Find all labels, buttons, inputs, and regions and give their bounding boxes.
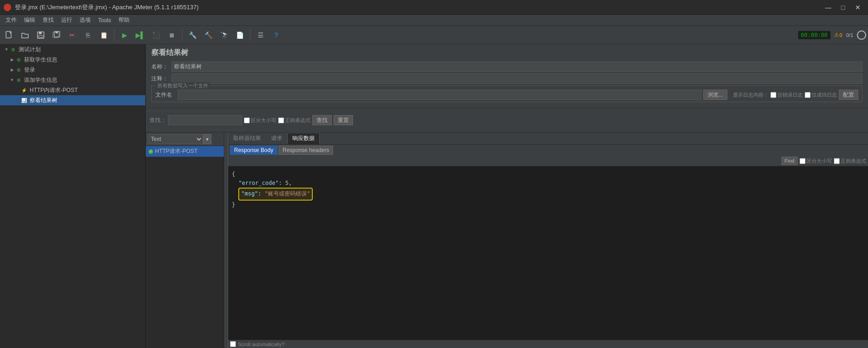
minimize-button[interactable]: — xyxy=(822,2,835,12)
only-errors-input[interactable] xyxy=(770,92,776,98)
help-toolbar-button[interactable]: ? xyxy=(269,28,284,43)
menu-options[interactable]: 选项 xyxy=(76,15,94,25)
find-regex-checkbox[interactable]: 正则表达式 xyxy=(834,158,866,165)
find-button[interactable]: 查找 xyxy=(312,115,332,125)
only-success-checkbox[interactable]: 仅成功日志 xyxy=(805,92,837,98)
scroll-auto-input[interactable] xyxy=(230,341,236,347)
menu-tools[interactable]: Tools xyxy=(94,15,115,25)
warning-count: 0 xyxy=(840,32,843,38)
divider-dots-top: ········································… xyxy=(146,109,245,113)
globe-icon xyxy=(857,31,866,40)
paste-button[interactable]: 📋 xyxy=(96,28,111,43)
tree-item-login[interactable]: ▶ ⚙ 登录 xyxy=(0,65,145,75)
menu-file[interactable]: 文件 xyxy=(2,15,20,25)
run-button[interactable]: ▶ xyxy=(117,28,132,43)
tree-item-test-plan[interactable]: ▼ ⚙ 测试计划 xyxy=(0,44,145,55)
stop-all-button[interactable]: ⬛ xyxy=(149,28,163,43)
close-button[interactable]: ✕ xyxy=(851,2,864,12)
menu-run[interactable]: 运行 xyxy=(57,15,76,25)
tab-sampler-label: 取样器结果 xyxy=(233,134,261,142)
maximize-button[interactable]: □ xyxy=(837,2,849,12)
inner-tab-response-headers[interactable]: Response headers xyxy=(279,146,334,155)
find-regex-input[interactable] xyxy=(834,158,840,164)
open-button[interactable] xyxy=(18,28,32,43)
svg-rect-2 xyxy=(39,32,42,34)
tab-response-data[interactable]: 响应数据 xyxy=(287,133,320,144)
menu-edit[interactable]: 编辑 xyxy=(20,15,39,25)
json-highlighted-msg: "msg": "账号或密码错误" xyxy=(238,188,313,200)
copy-button[interactable]: ⎘ xyxy=(81,28,95,43)
result-label-http-post: HTTP请求-POST xyxy=(155,147,198,155)
icon-fetch-student: ⚙ xyxy=(15,56,22,63)
arrow-test-plan: ▼ xyxy=(4,47,9,52)
tree-item-fetch-student[interactable]: ▶ ⚙ 获取学生信息 xyxy=(0,55,145,65)
reset-button[interactable]: 重置 xyxy=(334,115,353,125)
remote-start-button[interactable]: 🔧 xyxy=(185,28,200,43)
divider-top[interactable]: ········································… xyxy=(146,108,868,114)
tree-item-http-post[interactable]: ⚡ HTTP内请求-POST xyxy=(0,85,145,95)
timer-display: 00:00:00 xyxy=(798,31,831,39)
tree-item-view-results[interactable]: 📊 察看结果树 xyxy=(0,95,145,105)
save-button[interactable] xyxy=(33,28,48,43)
file-input[interactable] xyxy=(178,90,701,100)
only-success-input[interactable] xyxy=(805,92,811,98)
tab-sampler-result[interactable]: 取样器结果 xyxy=(228,133,266,144)
find-case-checkbox[interactable]: 区分大小写 xyxy=(800,158,832,165)
tab-request[interactable]: 请求 xyxy=(266,133,287,144)
save-all-button[interactable] xyxy=(49,28,64,43)
menu-search[interactable]: 查找 xyxy=(39,15,57,25)
template-button[interactable]: 📄 xyxy=(232,28,247,43)
find-bar-button[interactable]: Find xyxy=(781,157,798,165)
find-case-input[interactable] xyxy=(800,158,806,164)
json-colon-2: : xyxy=(258,190,265,197)
remote-stop-button[interactable]: 🔨 xyxy=(201,28,216,43)
search-input[interactable] xyxy=(168,115,242,125)
configure-button[interactable]: 配置 xyxy=(839,90,858,100)
label-view-results: 察看结果树 xyxy=(30,97,57,104)
list-button[interactable]: ☰ xyxy=(253,28,268,43)
stop-button[interactable]: ▶▌ xyxy=(133,28,148,43)
name-row: 名称： xyxy=(151,61,862,72)
scroll-auto-label: Scroll automatically? xyxy=(238,342,285,347)
arrow-add-student: ▼ xyxy=(9,77,15,83)
arrow-login: ▶ xyxy=(9,67,15,73)
toolbar-sep2 xyxy=(182,30,182,41)
title-bar: 登录.jmx (E:\Jemetertext\登录.jmx) - Apache … xyxy=(0,0,868,15)
tab-request-label: 请求 xyxy=(271,134,282,142)
vertical-splitter[interactable]: · · · xyxy=(224,133,228,348)
comment-input[interactable] xyxy=(172,73,862,84)
remote-run-button[interactable]: 🔭 xyxy=(217,28,231,43)
cut-button[interactable]: ✂ xyxy=(65,28,80,43)
regex-checkbox[interactable]: 正则表达式 xyxy=(278,117,310,124)
scroll-auto-checkbox[interactable]: Scroll automatically? xyxy=(230,341,285,347)
search-label: 查找： xyxy=(149,116,166,124)
new-button[interactable] xyxy=(2,28,17,43)
title-controls: — □ ✕ xyxy=(822,2,864,12)
regex-input[interactable] xyxy=(278,117,284,123)
svg-rect-6 xyxy=(56,31,58,33)
toolbar-sep3 xyxy=(250,30,250,41)
icon-test-plan: ⚙ xyxy=(9,46,17,53)
menu-help[interactable]: 帮助 xyxy=(115,15,133,25)
file-section: 所有数据写入一个文件 文件名 浏览... 显示日志内容： 仅错误日志 仅成功日志 xyxy=(151,85,862,102)
toolbar: ✂ ⎘ 📋 ▶ ▶▌ ⬛ ⏹ 🔧 🔨 🔭 📄 ☰ ? 00:00:00 ⚠ 0 … xyxy=(0,26,868,44)
shutdown-button[interactable]: ⏹ xyxy=(164,28,179,43)
divider-bottom[interactable]: ········································… xyxy=(146,127,868,132)
case-sensitive-checkbox[interactable]: 区分大小写 xyxy=(244,117,276,124)
name-input[interactable] xyxy=(172,61,862,72)
label-fetch-student: 获取学生信息 xyxy=(24,56,57,64)
left-panel: ▼ ⚙ 测试计划 ▶ ⚙ 获取学生信息 ▶ ⚙ 登录 ▼ ⚙ 添加学生信息 ⚡ … xyxy=(0,44,146,348)
json-line-3: "msg": "账号或密码错误" xyxy=(232,188,864,200)
tree-item-add-student[interactable]: ▼ ⚙ 添加学生信息 xyxy=(0,75,145,85)
format-select[interactable]: Text HTML JSON XML xyxy=(148,134,203,144)
only-errors-checkbox[interactable]: 仅错误日志 xyxy=(770,92,803,98)
divider-dots-bottom: ········································… xyxy=(146,128,245,132)
arrow-view-results xyxy=(15,98,20,103)
inner-tab-response-body[interactable]: Response Body xyxy=(230,146,278,155)
json-comma-1: , xyxy=(289,180,292,186)
main-layout: ▼ ⚙ 测试计划 ▶ ⚙ 获取学生信息 ▶ ⚙ 登录 ▼ ⚙ 添加学生信息 ⚡ … xyxy=(0,44,868,348)
dropdown-arrow-button[interactable]: ▼ xyxy=(203,134,211,144)
browse-button[interactable]: 浏览... xyxy=(703,90,727,100)
result-item-http-post[interactable]: HTTP请求-POST xyxy=(146,146,224,157)
case-sensitive-input[interactable] xyxy=(244,117,250,123)
